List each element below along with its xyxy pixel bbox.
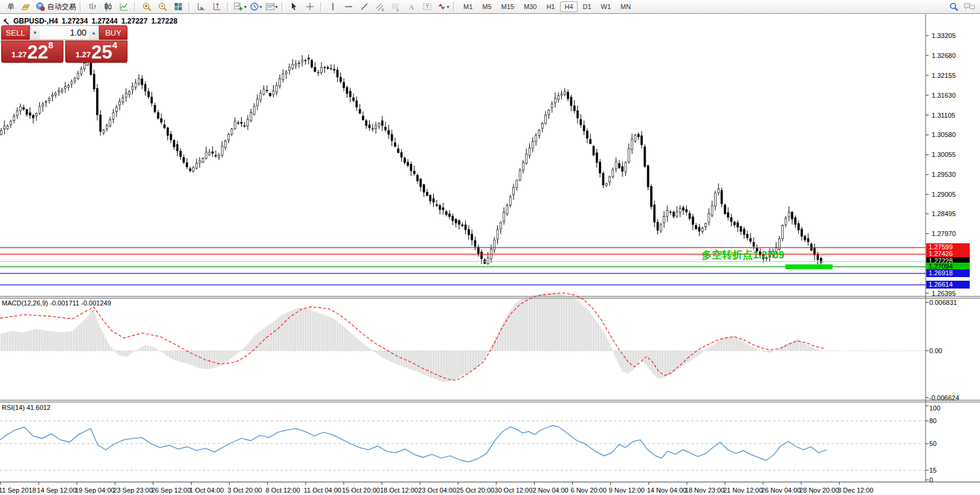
buy-price-button[interactable]: 1.27 25 4 <box>65 40 127 63</box>
time-axis-label: 25 Oct 20:00 <box>456 487 494 494</box>
time-axis-label: 14 Nov 04:00 <box>647 487 686 494</box>
volume-increase-button[interactable]: ▲ <box>89 26 98 39</box>
text-icon: A <box>407 2 416 11</box>
toolbar-separator <box>80 2 82 11</box>
chevron-down-icon: ▾ <box>447 4 450 10</box>
cursor-button[interactable] <box>286 1 302 13</box>
volume-spinner[interactable]: ▼ 1.00 ▲ <box>30 25 99 40</box>
chart-canvas[interactable] <box>0 14 980 495</box>
rsi-axis-label: 80 <box>929 417 936 424</box>
timeframe-h1[interactable]: H1 <box>542 1 559 12</box>
candlestick-icon <box>103 2 113 11</box>
templates-icon <box>265 2 275 11</box>
svg-text:F: F <box>397 8 399 12</box>
timeframe-m5[interactable]: M5 <box>478 1 495 12</box>
trendline-icon <box>359 2 369 11</box>
line-chart-icon <box>119 2 129 11</box>
time-axis-label: 30 Oct 12:00 <box>494 487 532 494</box>
price-axis-label: 1.26395 <box>932 290 956 297</box>
annotation-highlight-bar[interactable] <box>785 264 833 269</box>
auto-scroll-button[interactable] <box>193 1 209 13</box>
time-axis-label: 14 Sep 12:00 <box>37 487 76 494</box>
text-button[interactable]: A <box>404 1 419 13</box>
price-axis-label: 1.33205 <box>932 32 956 39</box>
autotrade-icon <box>35 2 46 11</box>
gold-button[interactable] <box>18 1 34 13</box>
templates-button[interactable]: ▾ <box>263 1 279 13</box>
sell-button[interactable]: SELL <box>1 25 30 40</box>
chart-shift-button[interactable] <box>209 1 225 13</box>
timeframe-d1[interactable]: D1 <box>579 1 596 12</box>
equidistant-channel-icon: E <box>375 2 385 11</box>
candlestick-series[interactable] <box>1 55 822 268</box>
chevron-down-icon: ▾ <box>260 4 262 10</box>
sell-price-big: 22 <box>27 45 48 60</box>
tile-windows-icon <box>173 2 183 11</box>
horizontal-line-button[interactable] <box>341 1 356 13</box>
timeframe-h4[interactable]: H4 <box>560 1 577 12</box>
zoom-in-icon <box>142 2 152 11</box>
time-axis-label: 2 Nov 04:00 <box>532 487 568 494</box>
chevron-down-icon: ▾ <box>244 4 247 10</box>
macd-value-signal: -0.001249 <box>81 299 111 307</box>
cursor-corner-icon <box>3 18 10 25</box>
time-axis-label: 15 Oct 20:00 <box>342 487 380 494</box>
candlestick-button[interactable] <box>100 1 116 13</box>
crosshair-button[interactable] <box>302 1 318 13</box>
timeframe-m1[interactable]: M1 <box>459 1 477 12</box>
crosshair-icon <box>305 2 315 11</box>
timeframe-w1[interactable]: W1 <box>597 1 616 12</box>
chart-window: GBPUSD-,H4 1.27234 1.27244 1.27227 1.272… <box>0 14 980 495</box>
rsi-value: 41.6012 <box>27 404 51 411</box>
zoom-in-button[interactable] <box>139 1 155 13</box>
ohlc-open: 1.27234 <box>62 17 88 25</box>
timeframe-m15[interactable]: M15 <box>497 1 518 12</box>
price-axis-label: 1.27970 <box>932 230 956 237</box>
volume-value[interactable]: 1.00 <box>40 28 89 37</box>
fibonacci-icon: F <box>391 2 401 11</box>
toolbar-separator <box>453 2 456 11</box>
time-axis-label: 6 Nov 20:00 <box>571 487 607 494</box>
one-click-trading-panel: SELL ▼ 1.00 ▲ BUY 1.27 22 8 1.27 25 4 <box>1 25 127 63</box>
trendline-button[interactable] <box>356 1 372 13</box>
macd-title: MACD(12,26,9) <box>2 299 48 307</box>
rsi-title: RSI(14) <box>2 404 25 411</box>
timeframe-m30[interactable]: M30 <box>520 1 541 12</box>
time-axis-label: 3 Oct 20:00 <box>228 487 262 494</box>
text-label-button[interactable]: T <box>419 1 435 13</box>
price-tag: 1.26614 <box>926 281 970 289</box>
vertical-line-button[interactable] <box>325 1 341 13</box>
auto-scroll-icon <box>196 2 206 11</box>
periods-button[interactable]: ▾ <box>248 1 263 13</box>
autotrade-button[interactable]: 自动交易 <box>34 1 77 13</box>
ohlc-low: 1.27227 <box>121 17 147 25</box>
arrows-button[interactable]: ▾ <box>435 1 451 13</box>
zoom-out-button[interactable] <box>155 1 170 13</box>
macd-value-main: -0.001711 <box>50 299 79 307</box>
equidistant-channel-button[interactable]: E <box>372 1 388 13</box>
toolbar-separator <box>134 2 137 11</box>
new-order-button[interactable]: 单 <box>2 1 18 13</box>
search-icon <box>949 2 959 12</box>
toolbar-separator <box>189 2 191 11</box>
price-tag: 1.27426 <box>926 250 970 258</box>
line-chart-button[interactable] <box>116 1 132 13</box>
chat-button[interactable] <box>962 1 978 13</box>
symbol-period-label: GBPUSD-,H4 <box>13 17 58 25</box>
fibonacci-button[interactable]: F <box>388 1 404 13</box>
time-axis-label: 28 Nov 20:00 <box>799 487 839 494</box>
new-chart-button[interactable]: ▾ <box>232 1 248 13</box>
autotrade-label: 自动交易 <box>47 2 76 12</box>
annotation-text[interactable]: 多空转折点1.2709 <box>701 248 784 262</box>
time-axis-label: 3 Dec 12:00 <box>837 487 873 494</box>
bar-chart-button[interactable] <box>85 1 100 13</box>
buy-button[interactable]: BUY <box>99 25 127 40</box>
search-button[interactable] <box>946 1 962 13</box>
toolbar-separator <box>320 2 323 11</box>
rsi-label: RSI(14) 41.6012 <box>2 404 51 411</box>
tile-windows-button[interactable] <box>170 1 186 13</box>
pane-borders <box>0 14 980 482</box>
sell-price-button[interactable]: 1.27 22 8 <box>1 40 63 63</box>
volume-decrease-button[interactable]: ▼ <box>30 26 40 39</box>
timeframe-mn[interactable]: MN <box>616 1 635 12</box>
